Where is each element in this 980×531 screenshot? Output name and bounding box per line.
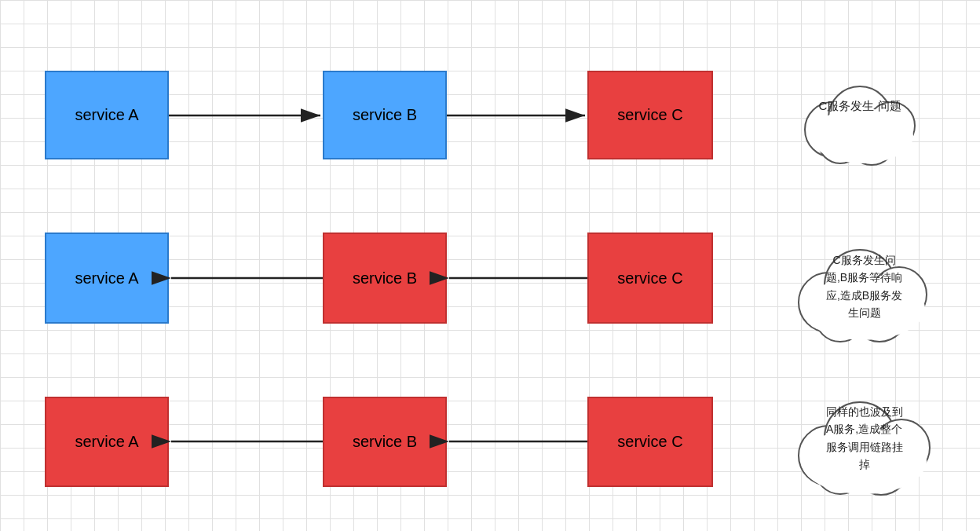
- service-c-row1: service C: [587, 71, 713, 159]
- svg-point-7: [811, 108, 913, 163]
- service-c-row2: service C: [587, 233, 713, 324]
- cloud-row3: 同样的也波及到A服务,造成整个服务调用链路挂掉: [785, 373, 942, 503]
- service-a-row2: service A: [45, 233, 169, 324]
- cloud-row1: C服务发生 问题: [793, 67, 927, 169]
- service-c-row3: service C: [587, 397, 713, 487]
- cloud-text-row2: C服务发生问题,B服务等待响应,造成B服务发生问题: [799, 251, 929, 322]
- cloud-text-row3: 同样的也波及到A服务,造成整个服务调用链路挂掉: [799, 403, 929, 474]
- service-a-row3: service A: [45, 397, 169, 487]
- service-a-row1: service A: [45, 71, 169, 159]
- cloud-text-row1: C服务发生 问题: [809, 97, 911, 115]
- cloud-row2: C服务发生问题,B服务等待响应,造成B服务发生问题: [785, 224, 942, 350]
- service-b-row1: service B: [323, 71, 447, 159]
- service-b-row2: service B: [323, 233, 447, 324]
- service-b-row3: service B: [323, 397, 447, 487]
